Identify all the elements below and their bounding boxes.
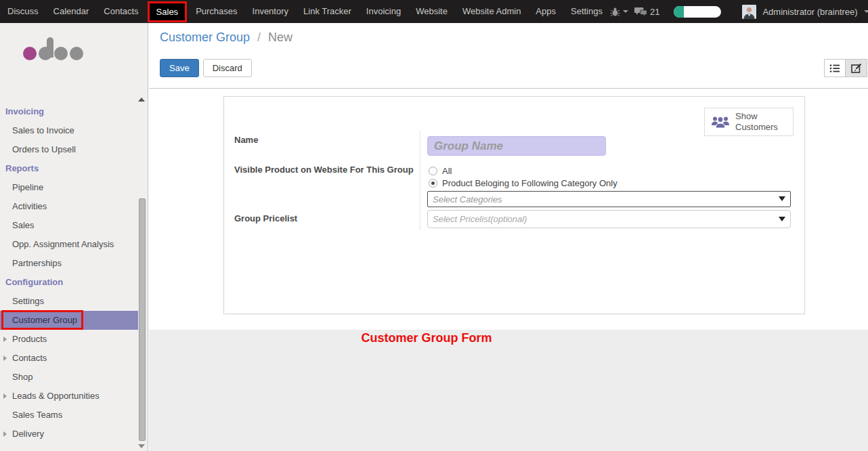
view-switcher [824, 59, 867, 77]
pricelist-input[interactable] [427, 210, 791, 228]
sidebar-scroll-up-icon[interactable] [138, 98, 145, 102]
list-view-button[interactable] [824, 59, 846, 77]
sidebar-menu: Invoicing Sales to Invoice Orders to Ups… [0, 102, 148, 444]
sidebar-item-sales-to-invoice[interactable]: Sales to Invoice [0, 121, 148, 140]
topbar-item-calendar[interactable]: Calendar [46, 0, 97, 23]
sidebar-item-activities[interactable]: Activities [0, 197, 148, 216]
topbar-item-sales[interactable]: Sales [148, 1, 188, 22]
usage-progress-pill[interactable] [674, 6, 721, 18]
sidebar-item-partnerships[interactable]: Partnerships [0, 254, 148, 273]
topbar-item-settings[interactable]: Settings [563, 0, 610, 23]
topbar-item-purchases[interactable]: Purchases [188, 0, 244, 23]
user-caret-icon [864, 10, 868, 13]
expand-arrow-icon [3, 393, 7, 399]
topbar-item-link-tracker[interactable]: Link Tracker [296, 0, 359, 23]
sidebar-header-invoicing: Invoicing [0, 102, 148, 121]
radio-option-category[interactable]: Product Beloging to Following Category O… [429, 178, 617, 188]
topbar-item-website-admin[interactable]: Website Admin [455, 0, 528, 23]
sidebar-item-customer-group[interactable]: Customer Group [0, 311, 138, 330]
sidebar-item-settings[interactable]: Settings [0, 292, 148, 311]
bug-caret-icon [623, 10, 628, 13]
sidebar-item-products[interactable]: Products [0, 330, 148, 349]
group-pricelist-label: Group Pricelist [234, 213, 297, 223]
categories-select[interactable] [427, 191, 791, 207]
bug-icon[interactable] [610, 7, 628, 17]
sidebar-item-sales[interactable]: Sales [0, 216, 148, 235]
expand-arrow-icon [3, 356, 7, 361]
logo-ring-o2 [54, 47, 68, 60]
breadcrumb-new: New [268, 30, 292, 44]
radio-all-icon[interactable] [429, 167, 437, 175]
expand-arrow-icon [3, 337, 7, 342]
customer-group-form-card: Show Customers Name Visible Product on W… [223, 96, 805, 314]
sidebar: Invoicing Sales to Invoice Orders to Ups… [0, 23, 148, 451]
breadcrumb: Customer Group / New [160, 30, 292, 45]
sidebar-item-sales-teams[interactable]: Sales Teams [0, 406, 148, 425]
form-buttons: Save Discard [160, 59, 252, 77]
list-view-icon [829, 64, 840, 73]
logo-ring-o1 [23, 47, 37, 60]
form-view-button[interactable] [846, 59, 867, 77]
radio-category-icon[interactable] [429, 179, 437, 188]
annotation-caption: Customer Group Form [149, 331, 704, 345]
sidebar-item-shop[interactable]: Shop [0, 368, 148, 387]
topbar-right: 21 Administrator (braintree) [610, 5, 868, 19]
radio-option-all[interactable]: All [429, 166, 452, 176]
visibility-label: Visible Product on Website For This Grou… [234, 165, 427, 175]
topbar: Discuss Calendar Contacts Sales Purchase… [0, 0, 868, 23]
customers-icon [711, 114, 730, 130]
control-panel: Customer Group / New Save Discard [149, 23, 868, 89]
sidebar-scroll-down-icon[interactable] [138, 444, 145, 448]
sidebar-header-reports: Reports [0, 159, 148, 178]
group-name-input[interactable] [427, 136, 606, 156]
name-label: Name [234, 135, 258, 145]
topbar-item-contacts[interactable]: Contacts [96, 0, 146, 23]
avatar[interactable] [742, 5, 756, 19]
topbar-item-website[interactable]: Website [408, 0, 455, 23]
sidebar-header-configuration: Configuration [0, 273, 148, 292]
message-count: 21 [650, 7, 659, 17]
odoo-logo[interactable] [23, 47, 83, 60]
radio-category-label: Product Beloging to Following Category O… [442, 178, 617, 188]
page: Discuss Calendar Contacts Sales Purchase… [0, 0, 868, 451]
sidebar-item-opp-assignment-analysis[interactable]: Opp. Assignment Analysis [0, 235, 148, 254]
usage-progress-fill [674, 6, 684, 18]
messages-indicator[interactable]: 21 [634, 7, 659, 17]
sidebar-item-contacts[interactable]: Contacts [0, 349, 148, 368]
user-menu[interactable]: Administrator (braintree) [762, 7, 857, 17]
topbar-item-apps[interactable]: Apps [528, 0, 563, 23]
breadcrumb-separator: / [253, 30, 265, 44]
sidebar-item-leads-opportunities[interactable]: Leads & Opportunities [0, 387, 148, 406]
expand-arrow-icon [3, 431, 7, 437]
discard-button[interactable]: Discard [203, 59, 252, 77]
categories-input[interactable] [427, 191, 791, 207]
pricelist-select[interactable] [427, 210, 791, 228]
logo-letter-d [39, 47, 52, 60]
form-column-separator [420, 131, 420, 230]
form-view-icon [851, 63, 862, 73]
topbar-item-inventory[interactable]: Inventory [245, 0, 296, 23]
show-customers-button[interactable]: Show Customers [704, 108, 794, 136]
sidebar-item-pipeline[interactable]: Pipeline [0, 178, 148, 197]
footer-band: Customer Group Form [149, 330, 868, 451]
sidebar-item-delivery[interactable]: Delivery [0, 425, 148, 444]
breadcrumb-customer-group[interactable]: Customer Group [160, 30, 250, 44]
topbar-item-discuss[interactable]: Discuss [0, 0, 46, 23]
logo-ring-o3 [70, 47, 83, 60]
save-button[interactable]: Save [160, 59, 199, 77]
topbar-item-invoicing[interactable]: Invoicing [359, 0, 408, 23]
chat-icon [634, 7, 647, 17]
show-customers-label: Show Customers [735, 111, 779, 133]
radio-all-label: All [442, 166, 452, 176]
sidebar-item-orders-to-upsell[interactable]: Orders to Upsell [0, 140, 148, 159]
